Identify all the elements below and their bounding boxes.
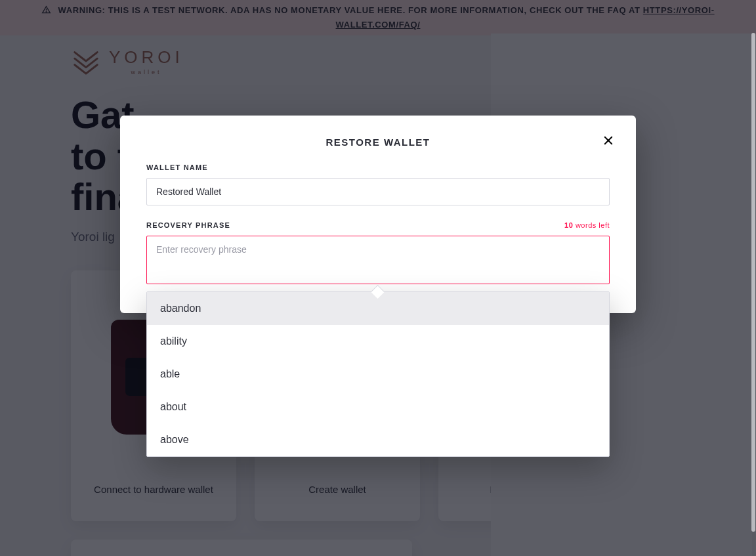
modal-backdrop[interactable]: RESTORE WALLET WALLET NAME RECOVERY PHRA… xyxy=(0,0,756,556)
wallet-name-input[interactable] xyxy=(146,178,610,205)
words-left-indicator: 10 words left xyxy=(564,221,610,229)
recovery-phrase-label: RECOVERY PHRASE xyxy=(146,221,230,229)
autocomplete-option[interactable]: able xyxy=(147,358,609,391)
recovery-phrase-input[interactable] xyxy=(146,236,610,284)
modal-title: RESTORE WALLET xyxy=(146,137,610,148)
autocomplete-option[interactable]: abandon xyxy=(147,292,609,325)
phrase-autocomplete-dropdown: abandon ability able about above xyxy=(146,291,610,457)
autocomplete-option[interactable]: about xyxy=(147,391,609,423)
autocomplete-option[interactable]: above xyxy=(147,423,609,456)
restore-wallet-modal: RESTORE WALLET WALLET NAME RECOVERY PHRA… xyxy=(120,116,636,313)
words-left-suffix: words left xyxy=(573,221,610,229)
scrollbar-thumb[interactable] xyxy=(751,33,755,532)
words-left-count: 10 xyxy=(564,221,573,229)
close-icon[interactable] xyxy=(599,131,618,150)
page-scrollbar[interactable] xyxy=(751,0,756,556)
wallet-name-label: WALLET NAME xyxy=(146,163,610,171)
autocomplete-option[interactable]: ability xyxy=(147,325,609,358)
